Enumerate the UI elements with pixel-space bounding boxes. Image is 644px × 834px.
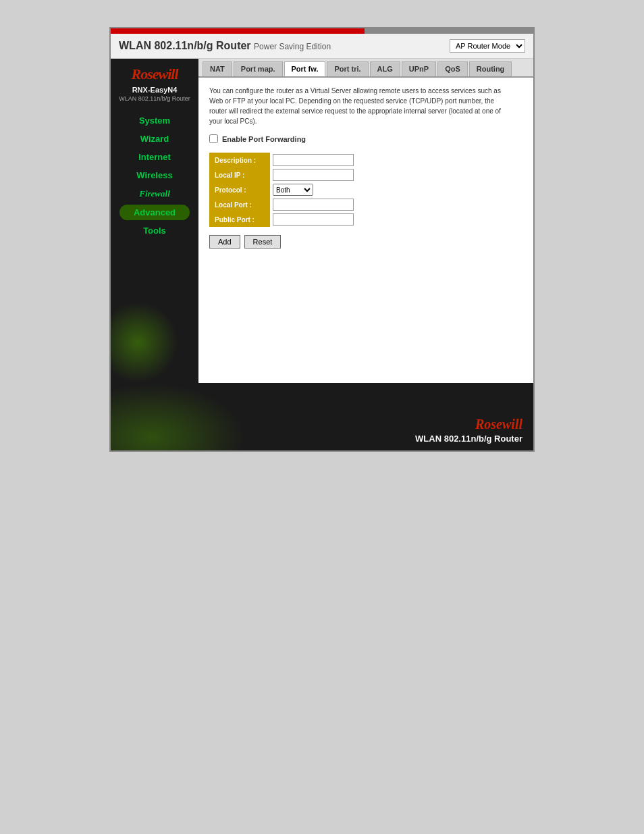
tab-nat[interactable]: NAT [203,61,232,76]
add-button[interactable]: Add [209,235,240,249]
form-label-public-port: Public Port : [209,212,270,227]
form-label-local-port: Local Port : [209,197,270,212]
description-input[interactable] [273,154,354,166]
form-input-cell-description [270,153,356,167]
header-subtitle: Power Saving Edition [254,42,331,51]
sidebar-nav: System Wizard Internet Wireless Firewall… [111,113,198,238]
sidebar-item-wizard[interactable]: Wizard [111,131,198,147]
tab-alg[interactable]: ALG [370,61,400,76]
form-row-protocol: Protocol : Both TCP UDP [209,182,356,197]
form-row-local-port: Local Port : [209,197,356,212]
enable-port-forwarding-row: Enable Port Forwarding [209,134,522,143]
button-row: Add Reset [209,235,522,249]
form-label-protocol: Protocol : [209,182,270,197]
form-input-cell-local-ip [270,167,356,182]
form-label-local-ip: Local IP : [209,167,270,182]
tabs: NAT Port map. Port fw. Port tri. ALG UPn… [198,59,533,78]
tab-upnp[interactable]: UPnP [402,61,436,76]
tab-routing[interactable]: Routing [469,61,512,76]
mode-select[interactable]: AP Router Mode AP Mode Client Mode [450,39,525,53]
tab-qos[interactable]: QoS [437,61,468,76]
sidebar-device-name: RNX-EasyN4 [132,86,178,94]
footer-brand: Rosewill WLAN 802.11n/b/g Router [415,417,522,444]
sidebar-item-firewall[interactable]: Firewall [111,186,198,202]
sidebar-item-advanced[interactable]: Advanced [119,205,190,220]
header-main-title: WLAN 802.11n/b/g Router [119,40,251,51]
footer-glow [111,383,246,450]
port-forwarding-form: Description : Local IP : [209,153,356,227]
form-input-cell-protocol: Both TCP UDP [270,182,356,197]
enable-port-forwarding-label: Enable Port Forwarding [222,135,306,143]
protocol-select[interactable]: Both TCP UDP [273,184,313,196]
form-label-description: Description : [209,153,270,167]
description-text: You can configure the router as a Virtua… [209,86,506,126]
reset-button[interactable]: Reset [244,235,281,249]
footer: Rosewill WLAN 802.11n/b/g Router [111,383,533,450]
page-content: You can configure the router as a Virtua… [198,78,533,257]
form-row-description: Description : [209,153,356,167]
sidebar-glow [111,302,178,383]
form-input-cell-public-port [270,212,356,227]
public-port-input[interactable] [273,213,354,226]
tab-port-map[interactable]: Port map. [234,61,283,76]
sidebar-item-tools[interactable]: Tools [111,223,198,238]
sidebar-item-system[interactable]: System [111,113,198,128]
form-input-cell-local-port [270,197,356,212]
sidebar-device-sub: WLAN 802.11n/b/g Router [119,95,190,102]
header: WLAN 802.11n/b/g Router Power Saving Edi… [111,34,533,59]
content-area: NAT Port map. Port fw. Port tri. ALG UPn… [198,59,533,383]
footer-device-name: WLAN 802.11n/b/g Router [415,434,522,444]
sidebar-item-internet[interactable]: Internet [111,149,198,165]
local-ip-input[interactable] [273,169,354,181]
sidebar: Rosewill RNX-EasyN4 WLAN 802.11n/b/g Rou… [111,59,198,383]
sidebar-logo: Rosewill [131,66,178,83]
form-row-public-port: Public Port : [209,212,356,227]
enable-port-forwarding-checkbox[interactable] [209,134,218,143]
tab-port-tri[interactable]: Port tri. [327,61,368,76]
tab-port-fw[interactable]: Port fw. [284,61,326,76]
top-bar [111,28,533,34]
sidebar-item-wireless[interactable]: Wireless [111,167,198,183]
local-port-input[interactable] [273,199,354,211]
form-row-local-ip: Local IP : [209,167,356,182]
router-ui: WLAN 802.11n/b/g Router Power Saving Edi… [109,27,535,452]
router-container: WLAN 802.11n/b/g Router Power Saving Edi… [111,34,533,450]
footer-logo: Rosewill [415,417,522,432]
header-title: WLAN 802.11n/b/g Router Power Saving Edi… [119,40,331,52]
main-layout: Rosewill RNX-EasyN4 WLAN 802.11n/b/g Rou… [111,59,533,383]
